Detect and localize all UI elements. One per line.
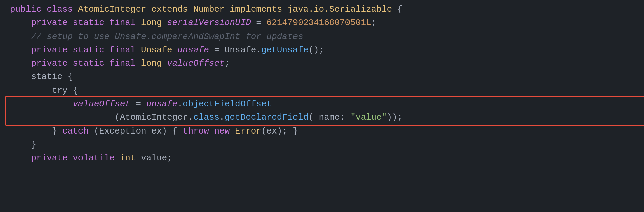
- code-token: java.io.Serializable: [287, 3, 392, 16]
- code-token: =: [251, 16, 267, 30]
- code-token: .: [177, 97, 183, 111]
- code-line: } catch (Exception ex) { throw new Error…: [7, 124, 644, 138]
- code-token: getUnsafe: [261, 43, 308, 57]
- code-token: new: [214, 124, 235, 138]
- code-token: static: [73, 43, 109, 57]
- code-token: (Exception: [94, 124, 146, 138]
- code-token: final: [109, 16, 141, 30]
- code-token: class: [193, 111, 219, 124]
- code-token: final: [109, 57, 141, 70]
- code-line: }: [7, 138, 644, 151]
- code-token: =: [130, 97, 146, 111]
- code-line: public class AtomicInteger extends Numbe…: [7, 3, 644, 16]
- code-token: Unsafe: [141, 43, 177, 57]
- code-line: private static final long valueOffset;: [7, 57, 644, 70]
- code-token: (AtomicInteger.: [10, 111, 193, 124]
- code-token: implements: [230, 3, 287, 16]
- code-token: ;: [225, 57, 230, 70]
- code-token: long: [141, 57, 167, 70]
- code-token: private: [10, 43, 73, 57]
- code-token: = Unsafe.: [209, 43, 261, 57]
- code-token: valueOffset: [167, 57, 225, 70]
- code-token: final: [109, 43, 141, 57]
- code-token: extends: [151, 3, 193, 16]
- code-line: private static final long serialVersionU…: [7, 16, 644, 30]
- code-token: static {: [10, 70, 73, 84]
- code-line: static {: [7, 70, 644, 84]
- code-token: (: [308, 111, 319, 124]
- code-line: (AtomicInteger.class.getDeclaredField( n…: [7, 111, 644, 124]
- code-token: private: [10, 16, 73, 30]
- code-token: ;: [371, 16, 377, 30]
- code-token: catch: [62, 124, 94, 138]
- code-token: [345, 111, 351, 124]
- code-token: Error: [235, 124, 261, 138]
- code-token: .: [219, 111, 225, 124]
- code-token: private: [10, 57, 73, 70]
- code-editor: public class AtomicInteger extends Numbe…: [0, 0, 644, 212]
- code-token: [10, 97, 73, 111]
- code-token: {: [392, 3, 402, 16]
- code-token: [10, 30, 31, 43]
- code-token: ();: [308, 43, 324, 57]
- code-token: // setup to use Unsafe.compareAndSwapInt…: [31, 30, 303, 43]
- code-token: volatile: [73, 151, 120, 165]
- code-token: unsafe: [177, 43, 209, 57]
- code-token: public: [10, 3, 47, 16]
- code-line: try {: [7, 84, 644, 97]
- code-line: valueOffset = unsafe.objectFieldOffset: [7, 97, 644, 111]
- code-token: value;: [141, 151, 172, 165]
- code-token: static: [73, 57, 109, 70]
- code-token: }: [10, 124, 62, 138]
- code-token: unsafe: [146, 97, 178, 111]
- code-token: name:: [319, 111, 345, 124]
- code-token: static: [73, 16, 109, 30]
- code-line: private volatile int value;: [7, 151, 644, 165]
- code-token: AtomicInteger: [78, 3, 151, 16]
- code-token: try {: [10, 84, 78, 97]
- code-token: valueOffset: [73, 97, 130, 111]
- code-token: private: [10, 151, 73, 165]
- code-token: class: [47, 3, 78, 16]
- code-token: int: [120, 151, 141, 165]
- code-token: (ex); }: [261, 124, 298, 138]
- code-token: 6214790234168070501L: [267, 16, 371, 30]
- code-token: Number: [193, 3, 230, 16]
- code-token: ));: [387, 111, 402, 124]
- code-token: "value": [350, 111, 387, 124]
- code-token: throw: [183, 124, 214, 138]
- code-token: }: [10, 138, 36, 151]
- code-token: serialVersionUID: [167, 16, 251, 30]
- code-token: getDeclaredField: [225, 111, 309, 124]
- code-token: long: [141, 16, 167, 30]
- code-token: objectFieldOffset: [183, 97, 272, 111]
- code-line: private static final Unsafe unsafe = Uns…: [7, 43, 644, 57]
- code-token: ex) {: [146, 124, 183, 138]
- code-line: // setup to use Unsafe.compareAndSwapInt…: [7, 30, 644, 43]
